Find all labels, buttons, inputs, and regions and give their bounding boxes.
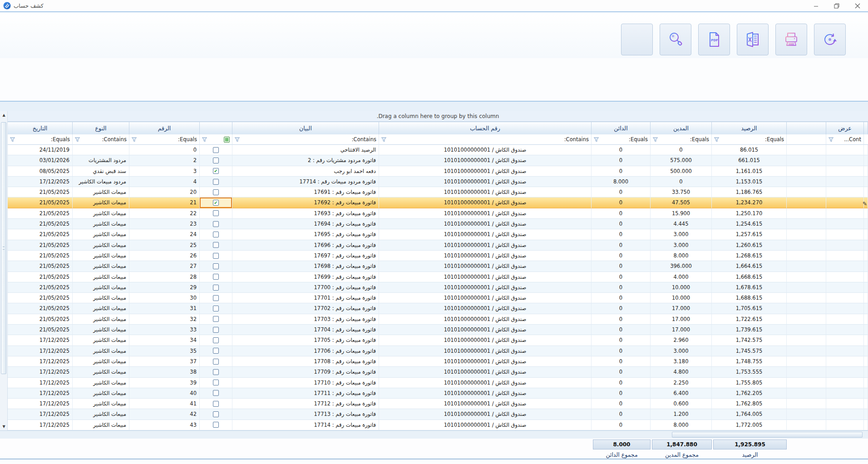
cell-view[interactable] [826,356,864,367]
cell-view[interactable] [826,282,864,293]
cell-desc[interactable]: فاتورة مبيعات رقم : 17704 [232,325,379,335]
row-checkbox[interactable] [213,337,219,343]
cell-type[interactable]: مبيعات الكاشير [73,378,129,388]
cell-type[interactable]: مبيعات الكاشير [73,261,129,271]
filter-funnel-icon[interactable] [10,137,15,142]
grid-row[interactable]: 17/12/2025مبيعات الكاشير39فاتورة مبيعات … [8,378,868,388]
cell-balance[interactable]: 1,153.015 [712,177,787,187]
row-checkbox[interactable] [213,232,219,237]
cell-balance[interactable]: 1,186.765 [712,187,787,197]
cell-view[interactable] [826,177,864,187]
row-checkbox[interactable] [213,369,219,375]
grid-row[interactable]: 21/05/2025مبيعات الكاشير24فاتورة مبيعات … [8,229,868,240]
cell-chk[interactable] [200,240,232,251]
cell-chk[interactable]: ✔ [200,197,232,208]
cell-credit[interactable]: 0 [592,261,651,271]
filter-cell-date[interactable]: :Equals [8,134,73,145]
cell-debit[interactable]: 0.600 [651,399,712,409]
grid-row[interactable]: 03/01/2026مردود المشتريات2فاتورة مردود م… [8,155,868,166]
cell-type[interactable]: مبيعات الكاشير [73,356,129,367]
row-checkbox[interactable] [213,359,219,365]
cell-extra[interactable] [787,240,826,251]
row-checkbox[interactable] [213,189,219,195]
cell-credit[interactable]: 0 [592,240,651,251]
cell-desc[interactable]: فاتورة مبيعات رقم : 17708 [232,356,379,367]
cell-date[interactable]: 17/12/2025 [8,420,73,430]
cell-balance[interactable]: 1,664.615 [712,261,787,271]
grid-row[interactable]: 21/05/2025مبيعات الكاشير30فاتورة مبيعات … [8,293,868,303]
cell-type[interactable]: مبيعات الكاشير [73,346,129,356]
cell-debit[interactable]: 396.000 [651,261,712,271]
cell-acct[interactable]: 10101000000001 / صندوق الكاش [379,177,592,187]
vertical-scroll-thumb[interactable] [1,122,6,374]
cell-ind[interactable] [864,303,868,314]
filter-funnel-icon[interactable] [594,137,599,142]
cell-type[interactable]: مردود المشتريات [73,155,129,166]
row-checkbox[interactable] [213,422,219,428]
cell-num[interactable]: 30 [129,293,200,303]
cell-extra[interactable] [787,155,826,166]
cell-date[interactable]: 21/05/2025 [8,303,73,314]
cell-ind[interactable] [864,314,868,325]
cell-ind[interactable] [864,325,868,335]
cell-balance[interactable]: 1,753.555 [712,367,787,377]
cell-desc[interactable]: فاتورة مبيعات رقم : 17694 [232,219,379,229]
cell-desc[interactable]: فاتورة مبيعات رقم : 17703 [232,314,379,325]
cell-type[interactable]: مبيعات الكاشير [73,367,129,377]
cell-view[interactable] [826,409,864,420]
cell-debit[interactable]: 2.250 [651,378,712,388]
cell-balance[interactable]: 1,755.805 [712,378,787,388]
cell-date[interactable]: 21/05/2025 [8,325,73,335]
row-checkbox[interactable] [213,295,219,301]
cell-view[interactable] [826,187,864,197]
cell-type[interactable]: مبيعات الكاشير [73,325,129,335]
cell-type[interactable]: مبيعات الكاشير [73,335,129,346]
grid-row[interactable]: 17/12/2025مبيعات الكاشير34فاتورة مبيعات … [8,335,868,346]
cell-credit[interactable]: 0 [592,282,651,293]
cell-date[interactable]: 17/12/2025 [8,177,73,187]
cell-type[interactable]: مبيعات الكاشير [73,399,129,409]
grid-row[interactable]: 21/05/2025مبيعات الكاشير27فاتورة مبيعات … [8,261,868,271]
cell-chk[interactable] [200,388,232,399]
cell-num[interactable]: 40 [129,388,200,399]
cell-num[interactable]: 20 [129,187,200,197]
cell-extra[interactable] [787,145,826,155]
cell-desc[interactable]: فاتورة مبيعات رقم : 17713 [232,409,379,420]
row-checkbox[interactable] [213,316,219,322]
cell-balance[interactable]: 1,678.615 [712,282,787,293]
filter-funnel-icon[interactable] [235,137,240,142]
cell-debit[interactable]: 4.000 [651,272,712,282]
cell-extra[interactable] [787,346,826,356]
cell-type[interactable]: مبيعات الكاشير [73,251,129,261]
cell-chk[interactable] [200,282,232,293]
filter-funnel-icon[interactable] [202,137,207,142]
cell-extra[interactable] [787,378,826,388]
cell-credit[interactable]: 0 [592,303,651,314]
cell-type[interactable]: مبيعات الكاشير [73,219,129,229]
cell-extra[interactable] [787,335,826,346]
cell-chk[interactable] [200,325,232,335]
cell-acct[interactable]: 10101000000001 / صندوق الكاش [379,346,592,356]
close-button[interactable] [847,0,868,12]
cell-chk[interactable]: ✔ [200,166,232,177]
cell-acct[interactable]: 10101000000001 / صندوق الكاش [379,155,592,166]
cell-num[interactable]: 23 [129,219,200,229]
cell-num[interactable]: 25 [129,240,200,251]
cell-chk[interactable] [200,261,232,271]
cell-acct[interactable]: 10101000000001 / صندوق الكاش [379,240,592,251]
filter-funnel-icon[interactable] [75,137,80,142]
cell-view[interactable] [826,251,864,261]
cell-balance[interactable]: 1,260.615 [712,240,787,251]
cell-num[interactable]: 35 [129,346,200,356]
column-header-debit[interactable]: المدين [651,122,712,135]
cell-view[interactable] [826,219,864,229]
restore-button[interactable] [826,0,847,12]
cell-balance[interactable]: 661.015 [712,155,787,166]
cell-date[interactable]: 21/05/2025 [8,272,73,282]
minimize-button[interactable] [805,0,826,12]
row-checkbox[interactable] [213,401,219,407]
cell-date[interactable]: 03/01/2026 [8,155,73,166]
row-checkbox[interactable] [213,210,219,216]
cell-view[interactable] [826,303,864,314]
cell-acct[interactable]: 10101000000001 / صندوق الكاش [379,399,592,409]
